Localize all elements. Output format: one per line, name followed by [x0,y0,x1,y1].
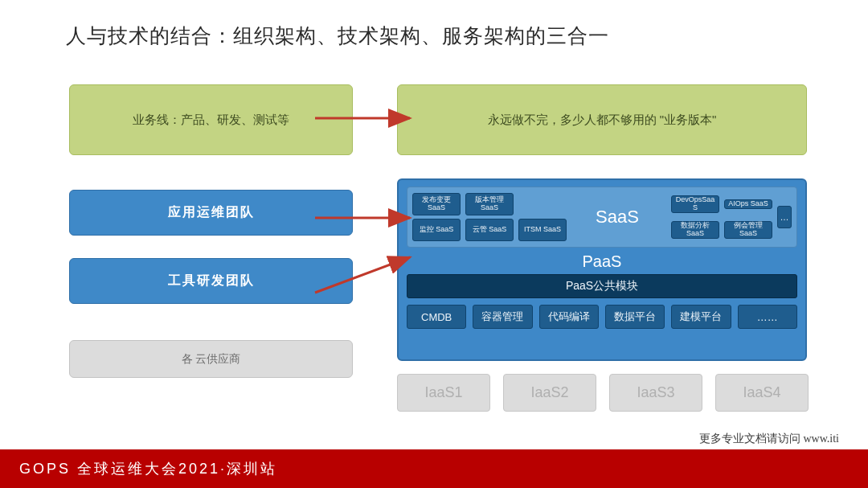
stack-container: 发布变更 SaaS 版本管理 SaaS 监控 SaaS 云管 SaaS ITSM… [397,178,807,361]
saas-item: 例会管理 SaaS [724,221,772,239]
iaas-box: IaaS4 [715,374,809,412]
box-business-line: 业务线：产品、研发、测试等 [69,84,353,155]
saas-item: 监控 SaaS [412,219,461,241]
paas-module: …… [738,305,797,329]
saas-item: 云管 SaaS [465,219,514,241]
saas-layer: 发布变更 SaaS 版本管理 SaaS 监控 SaaS 云管 SaaS ITSM… [407,187,797,248]
saas-left-grid: 发布变更 SaaS 版本管理 SaaS 监控 SaaS 云管 SaaS ITSM… [412,193,567,241]
box-ops-team: 应用运维团队 [69,190,353,236]
saas-right-grid: DevOpsSaa S AIOps SaaS … 数据分析 SaaS 例会管理 … [671,193,792,241]
saas-item: 版本管理 SaaS [465,193,514,215]
paas-modules-row: CMDB 容器管理 代码编译 数据平台 建模平台 …… [407,305,797,329]
footer-note: 更多专业文档请访问 www.iti [699,432,839,446]
footer-bar: GOPS 全球运维大会2021·深圳站 [0,449,868,488]
iaas-box: IaaS3 [609,374,702,412]
paas-module: 容器管理 [473,305,532,329]
box-tool-team: 工具研发团队 [69,258,353,304]
saas-item: 数据分析 SaaS [671,221,719,239]
paas-module: CMDB [407,305,466,329]
left-column: 业务线：产品、研发、测试等 应用运维团队 工具研发团队 各 云供应商 [69,84,353,378]
iaas-row: IaaS1 IaaS2 IaaS3 IaaS4 [397,374,809,412]
iaas-box: IaaS1 [397,374,490,412]
paas-common-bar: PaaS公共模块 [407,274,797,298]
right-column: 永远做不完，多少人都不够用的 "业务版本" [397,84,807,155]
box-business-version: 永远做不完，多少人都不够用的 "业务版本" [397,84,807,155]
saas-more-icon: … [777,206,792,228]
saas-label: SaaS [563,207,671,228]
saas-item: AIOps SaaS [724,199,772,209]
paas-label: PaaS [407,252,797,271]
slide-title: 人与技术的结合：组织架构、技术架构、服务架构的三合一 [66,23,609,49]
footer-text: GOPS 全球运维大会2021·深圳站 [19,459,277,478]
iaas-box: IaaS2 [503,374,596,412]
paas-module: 代码编译 [539,305,599,329]
saas-item: ITSM SaaS [518,219,567,241]
paas-module: 建模平台 [671,305,731,329]
box-cloud-vendor: 各 云供应商 [69,340,353,378]
paas-module: 数据平台 [605,305,665,329]
saas-item: 发布变更 SaaS [412,193,461,215]
saas-item: DevOpsSaa S [671,195,719,213]
